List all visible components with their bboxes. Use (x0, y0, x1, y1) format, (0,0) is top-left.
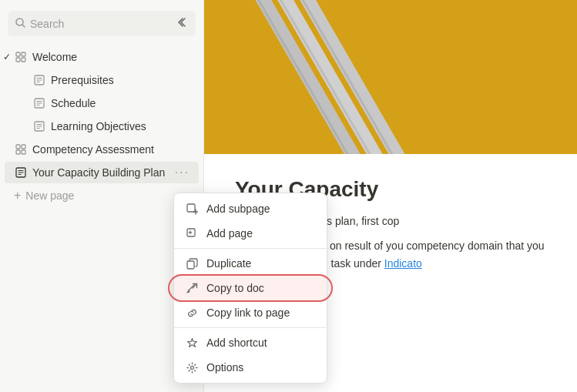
search-label: Search (30, 18, 169, 30)
menu-item-add-page[interactable]: Add page (174, 221, 327, 246)
learning-objectives-icon (32, 119, 46, 133)
svg-rect-20 (16, 150, 20, 154)
menu-item-duplicate[interactable]: Duplicate (174, 251, 327, 276)
sidebar: Search ✓ Welcome (0, 0, 204, 392)
sidebar-item-label-learning-objectives: Learning Objectives (51, 120, 146, 132)
sidebar-item-label-capacity: Your Capacity Building Plan (32, 166, 165, 179)
svg-rect-2 (16, 52, 20, 56)
menu-label-duplicate: Duplicate (206, 257, 251, 270)
options-gear-icon (185, 360, 199, 374)
search-bar[interactable]: Search (8, 11, 196, 36)
sidebar-item-schedule[interactable]: Schedule (5, 92, 199, 114)
hero-image (204, 0, 577, 154)
sidebar-item-label-schedule: Schedule (51, 97, 96, 109)
menu-divider-2 (174, 327, 327, 328)
menu-label-add-subpage: Add subpage (206, 203, 270, 215)
svg-rect-26 (187, 204, 195, 212)
add-page-icon (185, 226, 199, 240)
sidebar-item-welcome[interactable]: ✓ Welcome (5, 46, 199, 68)
search-icon (15, 18, 25, 30)
sidebar-item-learning-objectives[interactable]: Learning Objectives (5, 116, 199, 137)
duplicate-icon (185, 256, 199, 270)
menu-item-copy-link[interactable]: Copy link to page (174, 300, 327, 325)
collapse-sidebar-button[interactable] (174, 15, 188, 32)
sidebar-item-label-welcome: Welcome (32, 51, 77, 63)
sidebar-item-prerequisites[interactable]: Prerequisites (5, 69, 199, 91)
sidebar-item-competency-assessment[interactable]: Competency Assessment (5, 139, 199, 160)
copy-to-doc-icon (185, 281, 199, 295)
welcome-icon (14, 50, 28, 64)
menu-label-copy-link: Copy link to page (206, 307, 290, 319)
copy-link-icon (185, 306, 199, 320)
menu-item-copy-to-doc[interactable]: Copy to doc (174, 276, 327, 300)
sidebar-item-label-prerequisites: Prerequisites (51, 74, 114, 86)
prerequisites-icon (32, 73, 46, 87)
svg-line-1 (22, 25, 25, 27)
menu-divider-1 (174, 248, 327, 249)
sidebar-item-capacity-plan[interactable]: Your Capacity Building Plan ··· (5, 162, 199, 183)
competency-icon (14, 142, 28, 156)
svg-rect-4 (16, 58, 20, 62)
menu-label-add-shortcut: Add shortcut (206, 337, 267, 349)
three-dots-icon[interactable]: ··· (175, 166, 190, 179)
menu-item-add-shortcut[interactable]: Add shortcut (174, 330, 327, 355)
svg-rect-21 (22, 150, 25, 154)
add-shortcut-icon (185, 336, 199, 350)
context-menu: Add subpage Add page Duplicate (173, 193, 327, 384)
add-subpage-icon (185, 202, 199, 216)
checkmark-icon: ✓ (3, 52, 11, 62)
svg-rect-5 (22, 58, 25, 62)
sidebar-item-label-competency: Competency Assessment (32, 143, 154, 156)
schedule-icon (32, 96, 46, 110)
new-page-button[interactable]: + New page (5, 185, 199, 206)
menu-item-options[interactable]: Options (174, 355, 327, 380)
menu-item-add-subpage[interactable]: Add subpage (174, 196, 327, 221)
svg-rect-3 (22, 52, 25, 56)
new-page-label: New page (25, 189, 74, 202)
svg-rect-19 (22, 145, 25, 149)
svg-point-33 (190, 366, 193, 369)
plus-icon: + (14, 189, 21, 203)
svg-rect-32 (187, 261, 194, 269)
menu-label-options: Options (206, 361, 243, 374)
menu-label-copy-to-doc: Copy to doc (206, 282, 264, 294)
capacity-plan-icon (14, 166, 28, 179)
svg-rect-18 (16, 145, 20, 149)
menu-label-add-page: Add page (206, 227, 253, 240)
indicator-link[interactable]: Indicato (384, 257, 422, 270)
